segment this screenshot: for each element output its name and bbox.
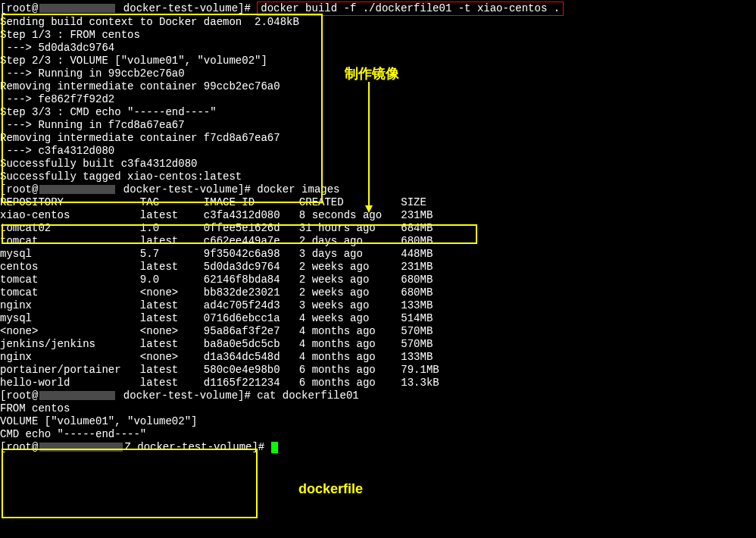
table-row: nginx latest ad4c705f24d3 3 weeks ago 13… — [0, 299, 756, 312]
prompt-line-4[interactable]: [root@Z docker-test-volume]# — [0, 441, 756, 454]
hostname-blur — [39, 391, 115, 400]
annotation-build-image: 制作镜像 — [345, 64, 399, 83]
table-row: tomcat <none> bb832de23021 2 weeks ago 6… — [0, 286, 756, 299]
build-out: ---> Running in f7cd8a67ea67 — [0, 119, 756, 132]
hostname-blur — [39, 4, 115, 13]
prompt-line-1[interactable]: [root@ docker-test-volume]# docker build… — [0, 2, 756, 16]
table-row: tomcat latest c662ee449a7e 2 days ago 68… — [0, 235, 756, 248]
table-row: centos latest 5d0da3dc9764 2 weeks ago 2… — [0, 261, 756, 274]
arrow-head-icon — [365, 205, 373, 213]
images-header: REPOSITORY TAG IMAGE ID CREATED SIZE — [0, 196, 756, 209]
build-out: Sending build context to Docker daemon 2… — [0, 16, 756, 29]
table-row: hello-world latest d1165f221234 6 months… — [0, 377, 756, 389]
dockerfile-line: FROM centos — [0, 402, 756, 415]
annotation-dockerfile: dockerfile — [298, 481, 363, 497]
table-row: mysql latest 0716d6ebcc1a 4 weeks ago 51… — [0, 312, 756, 325]
dockerfile-line: CMD echo "-----end----" — [0, 428, 756, 441]
table-row: tomcat 9.0 62146f8bda84 2 weeks ago 680M… — [0, 274, 756, 286]
prompt-line-3[interactable]: [root@ docker-test-volume]# cat dockerfi… — [0, 389, 756, 402]
build-out: Successfully tagged xiao-centos:latest — [0, 170, 756, 183]
build-out: Step 3/3 : CMD echo "-----end----" — [0, 106, 756, 119]
build-out: ---> fe862f7f92d2 — [0, 93, 756, 106]
highlight-dockerfile-content — [2, 449, 258, 518]
dockerfile-line: VOLUME ["volume01", "volume02"] — [0, 415, 756, 428]
table-row: portainer/portainer latest 580c0e4e98b0 … — [0, 364, 756, 377]
table-row: jenkins/jenkins latest ba8a0e5dc5cb 4 mo… — [0, 338, 756, 351]
docker-build-command: docker build -f ./dockerfile01 -t xiao-c… — [257, 2, 564, 16]
build-out: Step 1/3 : FROM centos — [0, 29, 756, 42]
build-out: ---> 5d0da3dc9764 — [0, 42, 756, 55]
hostname-blur — [39, 443, 123, 452]
table-row: mysql 5.7 9f35042c6a98 3 days ago 448MB — [0, 248, 756, 261]
cursor — [271, 442, 278, 453]
arrow-shaft — [368, 82, 370, 207]
build-out: Removing intermediate container f7cd8a67… — [0, 132, 756, 145]
build-out: ---> c3fa4312d080 — [0, 145, 756, 158]
table-row: tomcat02 1.0 0ffee5e1626d 31 hours ago 6… — [0, 222, 756, 235]
prompt-line-2[interactable]: [root@ docker-test-volume]# docker image… — [0, 183, 756, 196]
hostname-blur — [39, 185, 115, 194]
table-row: xiao-centos latest c3fa4312d080 8 second… — [0, 209, 756, 222]
build-out: Successfully built c3fa4312d080 — [0, 158, 756, 170]
table-row: nginx <none> d1a364dc548d 4 months ago 1… — [0, 351, 756, 364]
table-row: <none> <none> 95a86af3f2e7 4 months ago … — [0, 325, 756, 338]
